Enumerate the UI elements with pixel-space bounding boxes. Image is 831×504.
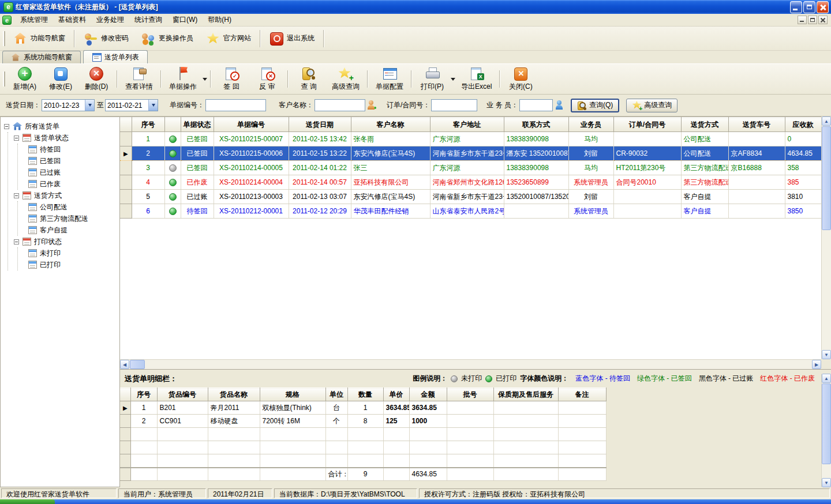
menu-item[interactable]: 帮助(H): [203, 13, 237, 27]
date-from-dropdown-button[interactable]: [85, 100, 94, 111]
close-window-button[interactable]: [817, 1, 829, 13]
orders-row[interactable]: 3已签回XS-20110214-000052011-02-14 01:22张三广…: [120, 161, 821, 175]
tree-root[interactable]: 所有送货单: [1, 121, 119, 132]
export-excel-button[interactable]: 导出Excel: [456, 65, 497, 93]
date-to-combo[interactable]: 2011-02-21: [105, 99, 158, 111]
tree-group[interactable]: 打印状态: [8, 236, 119, 247]
orders-column-header[interactable]: 业务员: [568, 118, 613, 132]
date-to-dropdown-button[interactable]: [148, 100, 158, 111]
exit-system-button[interactable]: 退出系统: [263, 29, 321, 48]
salesman-picker-icon[interactable]: [555, 100, 564, 110]
orders-vertical-scrollbar[interactable]: ▲ ▼: [821, 116, 831, 359]
scroll-thumb[interactable]: [822, 383, 831, 464]
nav-home-button[interactable]: 功能导航窗: [7, 29, 72, 48]
orders-column-header[interactable]: 送货方式: [681, 118, 728, 132]
orders-column-header[interactable]: 客户地址: [430, 118, 504, 132]
detail-column-header[interactable]: 规格: [260, 388, 325, 401]
menu-item[interactable]: 业务处理: [91, 13, 129, 27]
orders-row[interactable]: 6待签回XS-20110212-000012011-02-12 20:29华茂丰…: [120, 204, 821, 219]
minimize-button[interactable]: [790, 1, 802, 13]
orders-column-header[interactable]: 应收款: [785, 118, 821, 132]
delete-button[interactable]: 删除(D): [78, 65, 114, 93]
tree-leaf[interactable]: 已签回: [18, 155, 119, 167]
detail-empty-row[interactable]: [120, 441, 606, 454]
tab-nav-window[interactable]: 系统功能导航窗: [2, 51, 81, 63]
detail-row[interactable]: 2CC901移动硬盘7200转 16M个81251000: [120, 415, 606, 428]
detail-column-header[interactable]: 保质期及售后服务: [493, 388, 558, 401]
menu-item[interactable]: 统计查询: [129, 13, 167, 27]
orders-column-header[interactable]: 送货日期: [289, 118, 351, 132]
menu-item[interactable]: 系统管理: [15, 13, 53, 27]
orders-row[interactable]: 5已过账XS-20110213-000032011-02-13 03:07东安汽…: [120, 190, 821, 204]
switch-operator-button[interactable]: 更换操作员: [135, 29, 200, 48]
official-website-button[interactable]: 官方网站: [200, 29, 257, 48]
toolbar-advanced-query-button[interactable]: 高级查询: [327, 65, 365, 93]
print-button[interactable]: 打印(P): [414, 65, 450, 93]
orders-column-header[interactable]: 联系方式: [504, 118, 568, 132]
orders-row[interactable]: ▶2已签回XS-20110215-000062011-02-15 13:22东安…: [120, 146, 821, 161]
orders-row[interactable]: 1已签回XS-20110215-000072011-02-15 13:42张冬雨…: [120, 132, 821, 146]
detail-column-header[interactable]: 备注: [558, 388, 606, 401]
detail-column-header[interactable]: [120, 388, 130, 401]
salesman-input[interactable]: [519, 99, 553, 111]
mdi-close-button[interactable]: [818, 16, 828, 24]
customer-picker-icon[interactable]: [367, 100, 376, 110]
scroll-right-button[interactable]: ▶: [812, 360, 821, 369]
tree-group[interactable]: 送货方式: [8, 190, 119, 201]
detail-column-header[interactable]: 单价: [383, 388, 409, 401]
orders-column-header[interactable]: 客户名称: [351, 118, 430, 132]
orders-horizontal-scrollbar[interactable]: ◀ ▶: [120, 359, 821, 369]
detail-empty-row[interactable]: [120, 428, 606, 441]
print-button-dropdown[interactable]: [450, 65, 456, 93]
orders-column-header[interactable]: [120, 118, 132, 132]
tree-expand-toggle[interactable]: [14, 239, 19, 245]
orders-column-header[interactable]: 单据状态: [181, 118, 214, 132]
tree-leaf[interactable]: 公司配送: [18, 201, 119, 213]
detail-column-header[interactable]: 货品编号: [157, 388, 208, 401]
orders-column-header[interactable]: [164, 118, 181, 132]
orders-column-header[interactable]: 订单/合同号: [613, 118, 681, 132]
detail-row[interactable]: ▶1B201奔月2011双核独显(Think)台13634.853634.85: [120, 401, 606, 415]
reverse-audit-button[interactable]: 反 审: [249, 65, 285, 93]
doc-actions-button[interactable]: 单据操作: [164, 65, 202, 93]
scroll-thumb[interactable]: [822, 126, 831, 230]
tree-leaf[interactable]: 已打印: [18, 259, 119, 270]
scroll-up-button[interactable]: ▲: [822, 116, 831, 126]
edit-button[interactable]: 修改(E): [43, 65, 78, 93]
detail-column-header[interactable]: 序号: [130, 388, 157, 401]
toolbar-query-button[interactable]: 查 询: [291, 65, 327, 93]
mdi-restore-button[interactable]: [808, 16, 817, 24]
add-button[interactable]: 新增(A): [7, 65, 43, 93]
tree-leaf[interactable]: 已过账: [18, 167, 119, 178]
detail-column-header[interactable]: 批号: [447, 388, 493, 401]
tree-expand-toggle[interactable]: [4, 124, 9, 129]
scroll-thumb[interactable]: [130, 360, 145, 369]
close-view-button[interactable]: 关闭(C): [503, 65, 538, 93]
detail-column-header[interactable]: 货品名称: [208, 388, 260, 401]
orders-column-header[interactable]: 送货车号: [728, 118, 785, 132]
start-button-fragment[interactable]: [0, 499, 55, 504]
contract-input[interactable]: [431, 99, 477, 111]
customer-input[interactable]: [315, 99, 365, 111]
tree-group[interactable]: 送货单状态: [8, 132, 119, 144]
tree-leaf[interactable]: 待签回: [18, 144, 119, 155]
detail-column-header[interactable]: 单位: [325, 388, 347, 401]
tab-delivery-list[interactable]: 送货单列表: [83, 50, 148, 63]
orders-column-header[interactable]: 单据编号: [214, 118, 289, 132]
date-from-combo[interactable]: 2010-12-23: [42, 99, 95, 111]
scroll-down-button[interactable]: ▼: [822, 350, 831, 359]
scroll-up-button[interactable]: ▲: [822, 374, 831, 383]
tree-leaf[interactable]: 第三方物流配送: [18, 213, 119, 224]
change-password-button[interactable]: 修改密码: [77, 29, 135, 48]
filter-advanced-query-button[interactable]: 高级查询: [626, 99, 677, 112]
order-no-input[interactable]: [205, 99, 266, 111]
orders-column-header[interactable]: 序号: [132, 118, 164, 132]
mdi-minimize-button[interactable]: [798, 16, 807, 24]
detail-vertical-scrollbar[interactable]: ▲ ▼: [821, 374, 831, 487]
menu-item[interactable]: 窗口(W): [167, 13, 203, 27]
filter-query-button[interactable]: 查询(Q): [571, 99, 619, 112]
detail-column-header[interactable]: 数量: [347, 388, 383, 401]
scroll-left-button[interactable]: ◀: [120, 360, 129, 369]
menu-item[interactable]: 基础资料: [53, 13, 91, 27]
sign-back-button[interactable]: 签 回: [214, 65, 249, 93]
